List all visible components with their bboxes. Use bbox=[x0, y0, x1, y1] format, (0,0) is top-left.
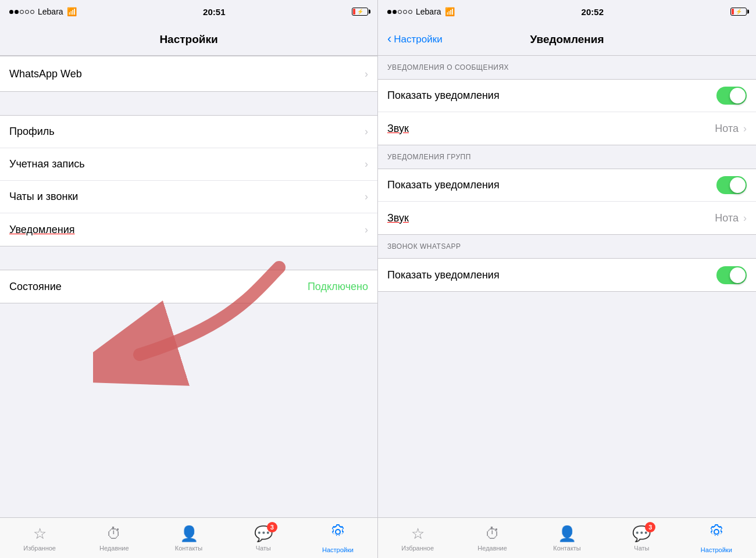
chats-calls-chevron: › bbox=[365, 191, 368, 203]
msg-toggle-knob bbox=[730, 88, 746, 103]
right-nav-title: Уведомления bbox=[530, 33, 604, 46]
right-tab-chats[interactable]: 💬 3 Чаты bbox=[604, 525, 679, 552]
msg-sound-value: Нота bbox=[715, 123, 739, 135]
tab-contacts[interactable]: 👤 Контакты bbox=[151, 525, 226, 552]
tab-settings-active[interactable]: Настройки bbox=[301, 523, 375, 553]
call-toggle-knob bbox=[730, 267, 746, 283]
whatsapp-web-item[interactable]: WhatsApp Web › bbox=[0, 56, 377, 91]
right-battery: ⚡ bbox=[730, 8, 747, 16]
account-item[interactable]: Учетная запись › bbox=[0, 148, 377, 181]
right-settings-list: УВЕДОМЛЕНИЯ О СООБЩЕНИЯХ Показать уведом… bbox=[378, 56, 756, 517]
chevron-icon: › bbox=[365, 68, 368, 80]
grp-show-right bbox=[716, 176, 747, 194]
account-chevron: › bbox=[365, 158, 368, 170]
left-nav-title: Настройки bbox=[159, 33, 217, 46]
right-time: 20:52 bbox=[582, 7, 604, 17]
back-label: Настройки bbox=[394, 34, 442, 45]
main-settings-section: Профиль › Учетная запись › Чаты и звонки… bbox=[0, 115, 377, 246]
rdot5 bbox=[408, 10, 412, 14]
contacts-icon: 👤 bbox=[180, 525, 198, 543]
contacts-label: Контакты bbox=[175, 545, 203, 552]
right-tab-contacts[interactable]: 👤 Контакты bbox=[530, 525, 604, 552]
profile-item[interactable]: Профиль › bbox=[0, 116, 377, 148]
left-time: 20:51 bbox=[203, 7, 225, 17]
msg-sound-item[interactable]: Звук Нота › bbox=[378, 112, 756, 145]
dot4 bbox=[25, 10, 29, 14]
profile-right: › bbox=[365, 126, 368, 138]
spacer2 bbox=[0, 246, 377, 270]
left-nav-bar: Настройки bbox=[0, 23, 377, 56]
call-notifications-header: ЗВОНОК WHATSAPP bbox=[378, 235, 756, 258]
chats-calls-item[interactable]: Чаты и звонки › bbox=[0, 181, 377, 213]
right-battery-level bbox=[732, 9, 734, 15]
right-contacts-icon: 👤 bbox=[558, 525, 576, 543]
group-notifications-group: Показать уведомления Звук Нота › bbox=[378, 169, 756, 235]
chats-label: Чаты bbox=[256, 545, 271, 552]
rdot4 bbox=[403, 10, 407, 14]
profile-label: Профиль bbox=[9, 126, 55, 138]
grp-show-toggle[interactable] bbox=[716, 176, 747, 194]
dot1 bbox=[9, 10, 13, 14]
carrier-name: Lebara bbox=[38, 7, 63, 16]
settings-tab-label: Настройки bbox=[322, 546, 354, 553]
chats-calls-label: Чаты и звонки bbox=[9, 191, 78, 203]
group-notifications-section: УВЕДОМЛЕНИЯ ГРУПП Показать уведомления З… bbox=[378, 145, 756, 235]
status-value: Подключено bbox=[308, 281, 368, 293]
grp-toggle-knob bbox=[730, 177, 746, 193]
right-recents-icon: ⏱ bbox=[485, 525, 500, 543]
battery-level bbox=[353, 9, 355, 15]
rdot1 bbox=[387, 10, 391, 14]
status-label: Состояние bbox=[9, 281, 62, 293]
right-settings-tab-label: Настройки bbox=[701, 546, 732, 553]
grp-sound-chevron: › bbox=[743, 212, 747, 224]
grp-show-notifications-item[interactable]: Показать уведомления bbox=[378, 169, 756, 202]
chats-badge: 3 bbox=[267, 522, 277, 532]
account-label: Учетная запись bbox=[9, 158, 85, 170]
status-section: Состояние Подключено bbox=[0, 270, 377, 303]
notifications-chevron: › bbox=[365, 224, 368, 236]
whatsapp-web-section: WhatsApp Web › bbox=[0, 56, 377, 92]
right-nav-bar: ‹ Настройки Уведомления bbox=[378, 23, 756, 56]
right-tab-settings[interactable]: Настройки bbox=[679, 523, 754, 553]
right-chats-badge: 3 bbox=[645, 522, 655, 532]
right-chats-icon: 💬 3 bbox=[632, 525, 651, 543]
msg-show-toggle[interactable] bbox=[716, 87, 747, 105]
whatsapp-web-right: › bbox=[365, 68, 368, 80]
tab-favorites[interactable]: ☆ Избранное bbox=[2, 525, 77, 552]
status-item: Состояние Подключено bbox=[0, 270, 377, 303]
call-show-toggle[interactable] bbox=[716, 266, 747, 284]
back-chevron-icon: ‹ bbox=[387, 31, 391, 46]
favorites-icon: ☆ bbox=[33, 525, 47, 543]
left-carrier-info: Lebara 📶 bbox=[9, 7, 77, 16]
dot3 bbox=[20, 10, 24, 14]
dot2 bbox=[15, 10, 19, 14]
message-notifications-group: Показать уведомления Звук Нота › bbox=[378, 79, 756, 145]
battery-icon: ⚡ bbox=[352, 8, 368, 16]
back-button[interactable]: ‹ Настройки bbox=[387, 33, 443, 46]
right-settings-icon bbox=[708, 523, 725, 545]
right-signal-dots bbox=[387, 10, 412, 14]
left-battery: ⚡ bbox=[352, 8, 368, 16]
tab-chats[interactable]: 💬 3 Чаты bbox=[226, 525, 301, 552]
right-charging-bolt: ⚡ bbox=[736, 9, 742, 15]
call-show-notifications-item[interactable]: Показать уведомления bbox=[378, 259, 756, 291]
right-tab-favorites[interactable]: ☆ Избранное bbox=[380, 525, 455, 552]
status-right: Подключено bbox=[308, 281, 368, 293]
notifications-right: › bbox=[365, 224, 368, 236]
rdot3 bbox=[398, 10, 402, 14]
grp-sound-right: Нота › bbox=[715, 212, 747, 224]
right-tab-bar: ☆ Избранное ⏱ Недавние 👤 Контакты 💬 3 Ча… bbox=[378, 517, 756, 558]
right-tab-recents[interactable]: ⏱ Недавние bbox=[455, 525, 529, 552]
main-settings-group: Профиль › Учетная запись › Чаты и звонки… bbox=[0, 115, 377, 246]
message-notifications-header: УВЕДОМЛЕНИЯ О СООБЩЕНИЯХ bbox=[378, 56, 756, 79]
right-carrier-name: Lebara bbox=[416, 7, 441, 16]
notifications-item[interactable]: Уведомления › bbox=[0, 213, 377, 246]
tab-recents[interactable]: ⏱ Недавние bbox=[77, 525, 151, 552]
grp-sound-value: Нота bbox=[715, 212, 739, 224]
chats-icon: 💬 3 bbox=[254, 525, 273, 543]
grp-sound-item[interactable]: Звук Нота › bbox=[378, 202, 756, 234]
right-wifi-icon: 📶 bbox=[445, 7, 455, 16]
spacer1 bbox=[0, 92, 377, 115]
msg-show-notifications-item[interactable]: Показать уведомления bbox=[378, 80, 756, 112]
rdot2 bbox=[393, 10, 397, 14]
